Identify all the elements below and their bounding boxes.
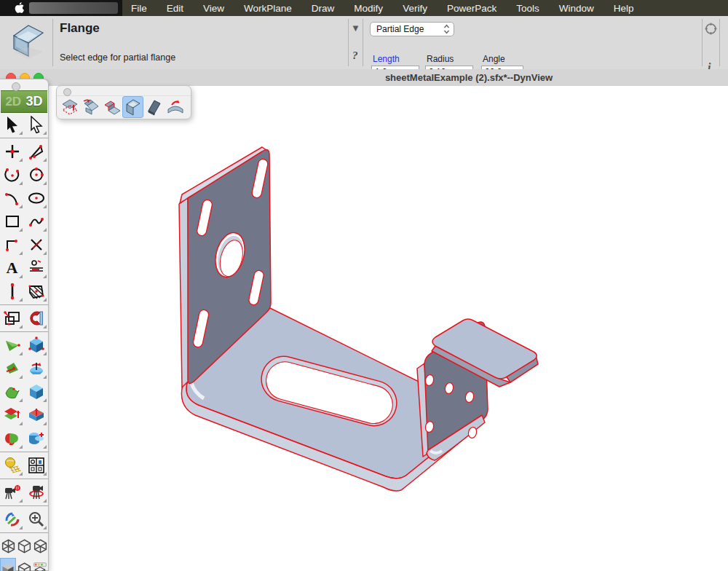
cross-erase-tool[interactable] xyxy=(24,233,48,256)
point-icon xyxy=(4,143,20,160)
hatch-tool[interactable] xyxy=(24,280,48,303)
ribbon-separator-2 xyxy=(348,19,349,66)
surface-3d-tool[interactable] xyxy=(0,380,24,403)
spline-tool[interactable] xyxy=(24,210,48,233)
menu-verify[interactable]: Verify xyxy=(403,3,427,14)
palette-close-icon[interactable] xyxy=(12,82,20,91)
sheet-metal-toolbar[interactable] xyxy=(56,85,191,119)
dimension-tool[interactable] xyxy=(24,256,48,280)
polyline-icon xyxy=(28,143,44,160)
boolean-add-tool[interactable] xyxy=(24,427,48,450)
menu-workplane[interactable]: WorkPlane xyxy=(244,3,292,14)
arc-tool[interactable] xyxy=(0,163,24,186)
menu-draw[interactable]: Draw xyxy=(312,3,335,14)
apple-icon[interactable] xyxy=(15,2,25,14)
rectangle-icon xyxy=(4,213,20,229)
viewport-layout-tool[interactable] xyxy=(24,454,48,477)
point-tool[interactable] xyxy=(0,140,24,163)
menu-items: File Edit View WorkPlane Draw Modify Ver… xyxy=(131,3,633,14)
cube-3d-tool[interactable] xyxy=(24,380,48,403)
joggle-tool[interactable] xyxy=(101,96,122,118)
offset-copy-tool[interactable] xyxy=(0,307,24,330)
curve-tool[interactable] xyxy=(0,186,24,210)
zoom-plus-tool[interactable] xyxy=(24,508,48,531)
palette-divider xyxy=(0,452,48,452)
menu-file[interactable]: File xyxy=(131,3,147,14)
menu-modify[interactable]: Modify xyxy=(354,3,383,14)
camera-target-icon xyxy=(4,484,21,501)
crosshair-target-icon[interactable] xyxy=(705,23,717,35)
tool-palette-header[interactable] xyxy=(0,79,48,90)
orbit-view-tool[interactable] xyxy=(0,508,24,531)
extrude-face-tool[interactable] xyxy=(0,357,24,380)
revolve-tool[interactable] xyxy=(0,427,24,450)
bend-tool[interactable] xyxy=(165,96,186,118)
cube-3d-icon xyxy=(28,383,45,401)
stack-planes-icon xyxy=(4,406,21,424)
ribbon-tool-title: Flange xyxy=(60,21,100,36)
text-tool[interactable]: A xyxy=(0,256,24,280)
window-title-bar[interactable]: sheetMetalExample (2).sfx*--DynView xyxy=(0,69,728,87)
circle-tool[interactable] xyxy=(24,163,48,186)
menu-help[interactable]: Help xyxy=(614,3,634,14)
sheet-metal-toolbar-header[interactable] xyxy=(57,86,191,96)
rectangle-tool[interactable] xyxy=(0,210,24,233)
help-icon[interactable]: ? xyxy=(352,50,358,62)
sphere-mesh-tool[interactable] xyxy=(0,454,24,477)
toggle-2d-label[interactable]: 2D xyxy=(5,95,21,109)
thicken-tool[interactable] xyxy=(24,403,48,427)
surface-3d-icon xyxy=(4,383,21,401)
dimension-icon xyxy=(28,259,45,277)
base-sheet-tool[interactable] xyxy=(59,96,80,118)
menu-powerpack[interactable]: PowerPack xyxy=(447,3,496,14)
collapse-panel-icon[interactable]: ▼ xyxy=(351,23,360,34)
shaded-view-tool[interactable] xyxy=(0,558,16,571)
flange-tool[interactable] xyxy=(122,96,143,118)
hem-tool[interactable] xyxy=(80,96,101,118)
ribbon-separator-3 xyxy=(363,19,363,66)
camera-target-tool[interactable] xyxy=(0,481,24,504)
hatch-icon xyxy=(28,283,45,300)
sheet-metal-model[interactable] xyxy=(0,86,728,571)
select-arrow-tool[interactable] xyxy=(0,113,24,136)
arc-icon xyxy=(4,167,20,183)
iso-view-2-tool[interactable] xyxy=(16,535,32,558)
open-arrow-tool[interactable] xyxy=(24,113,48,136)
sheet-face-tool[interactable] xyxy=(143,96,165,118)
corner-line-icon xyxy=(4,237,20,253)
mirror-tool[interactable] xyxy=(24,307,48,330)
iso-view-1-tool[interactable] xyxy=(0,535,16,558)
rotate-3d-tool[interactable] xyxy=(24,357,48,380)
wireframe-cube-icon xyxy=(17,538,32,554)
angle-label: Angle xyxy=(483,54,505,64)
wireframe-view-tool[interactable] xyxy=(16,558,32,571)
bend-icon xyxy=(166,98,185,117)
box-3d-tool[interactable] xyxy=(24,334,48,357)
flange-mode-select[interactable]: Partial Edge xyxy=(370,22,454,36)
corner-line-tool[interactable] xyxy=(0,233,24,256)
menu-window[interactable]: Window xyxy=(559,3,594,14)
menu-tools[interactable]: Tools xyxy=(516,3,539,14)
menu-edit[interactable]: Edit xyxy=(167,3,183,14)
palette-divider xyxy=(0,505,48,506)
stack-planes-tool[interactable] xyxy=(0,403,24,427)
open-arrow-icon xyxy=(28,116,44,133)
2d-3d-toggle[interactable]: 2D 3D xyxy=(1,90,47,113)
polyline-tool[interactable] xyxy=(24,140,48,163)
menu-view[interactable]: View xyxy=(203,3,224,14)
palette-divider xyxy=(0,331,48,332)
iso-view-3-tool[interactable] xyxy=(32,535,48,558)
toggle-3d-label[interactable]: 3D xyxy=(26,94,43,109)
drawing-canvas[interactable] xyxy=(0,86,728,571)
walkthrough-camera-tool[interactable] xyxy=(24,481,48,504)
line-segment-tool[interactable] xyxy=(0,280,24,303)
ellipse-tool[interactable] xyxy=(24,186,48,210)
render-window-icon xyxy=(33,562,47,571)
hem-icon xyxy=(82,98,100,117)
wireframe-cube-icon xyxy=(17,562,32,571)
document-title: sheetMetalExample (2).sfx*--DynView xyxy=(385,72,553,83)
sheet-face-icon xyxy=(145,98,164,117)
toolbar-close-icon[interactable] xyxy=(63,88,71,96)
cone-3d-tool[interactable] xyxy=(0,334,24,357)
render-window-view-tool[interactable] xyxy=(32,558,48,571)
